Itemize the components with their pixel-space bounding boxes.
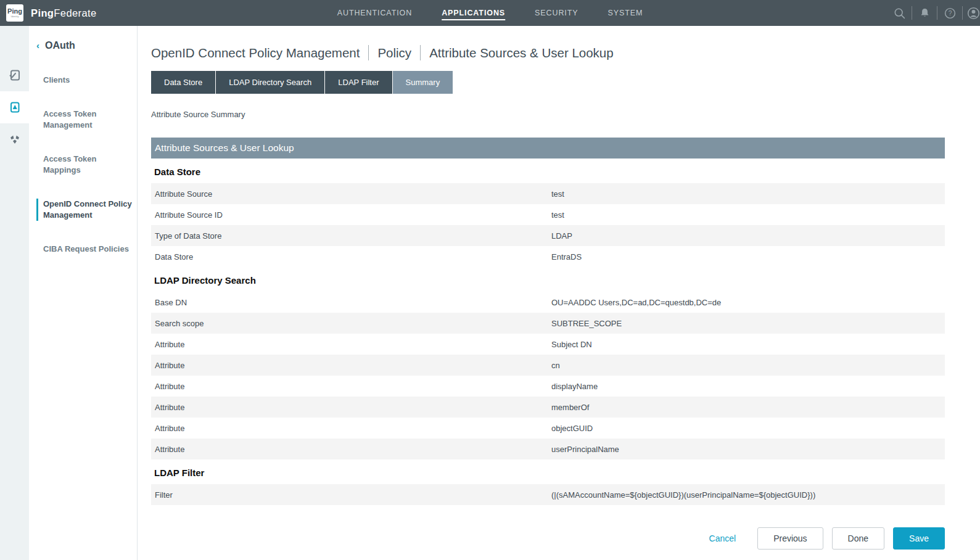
wizard-tab[interactable]: Summary — [393, 71, 453, 94]
row-label: Attribute — [151, 424, 551, 433]
row-value: OU=AADDC Users,DC=ad,DC=questdb,DC=de — [551, 298, 945, 307]
sidebar-item[interactable]: Clients — [36, 75, 132, 86]
row-label: Attribute Source — [151, 189, 551, 199]
breadcrumb-segment: OpenID Connect Policy Management — [151, 46, 360, 60]
ping-logo-text: Ping — [7, 8, 22, 15]
row-label: Attribute — [151, 340, 551, 349]
row-value: SUBTREE_SCOPE — [551, 319, 945, 328]
row-value: userPrincipalName — [551, 445, 945, 454]
app-title: PingFederate — [31, 7, 97, 19]
summary-row: Attribute Sourcetest — [151, 183, 945, 204]
sidebar-icon-rail — [0, 26, 29, 560]
chevron-left-icon: ‹ — [36, 40, 39, 51]
breadcrumb-separator — [368, 45, 369, 60]
save-button[interactable]: Save — [893, 527, 945, 550]
sidebar-item[interactable]: OpenID Connect Policy Management — [36, 199, 132, 221]
app-title-bold: Ping — [31, 7, 54, 19]
row-value: objectGUID — [551, 424, 945, 433]
summary-row: AttributedisplayName — [151, 376, 945, 397]
top-nav-item[interactable]: SYSTEM — [607, 6, 643, 20]
bell-icon[interactable] — [912, 0, 937, 26]
summary-row: Type of Data StoreLDAP — [151, 225, 945, 246]
wizard-tab[interactable]: Data Store — [151, 71, 215, 94]
top-icon-group: ? — [887, 0, 980, 26]
help-icon[interactable]: ? — [937, 0, 962, 26]
row-label: Filter — [151, 490, 551, 500]
previous-button[interactable]: Previous — [757, 527, 823, 550]
summary-row: AttributeSubject DN — [151, 334, 945, 355]
row-value: memberOf — [551, 403, 945, 412]
summary-row: Base DNOU=AADDC Users,DC=ad,DC=questdb,D… — [151, 292, 945, 313]
top-bar: Ping Identity PingFederate AUTHENTICATIO… — [0, 0, 980, 26]
row-label: Attribute — [151, 403, 551, 412]
top-nav: AUTHENTICATION APPLICATIONS SECURITY SYS… — [337, 0, 643, 26]
row-label: Attribute — [151, 382, 551, 391]
sidebar: ‹ OAuth Clients Access Token Management … — [29, 26, 138, 560]
done-button[interactable]: Done — [832, 527, 884, 550]
summary-row: AttributeobjectGUID — [151, 418, 945, 439]
section-heading: Data Store — [151, 159, 945, 183]
summary-table-header: Attribute Sources & User Lookup — [151, 138, 945, 159]
summary-row: Filter(|(sAMAccountName=${objectGUID})(u… — [151, 484, 945, 505]
summary-row: Attribute Source IDtest — [151, 204, 945, 225]
row-value: LDAP — [551, 231, 945, 241]
ping-logo: Ping Identity — [6, 4, 23, 22]
search-icon[interactable] — [887, 0, 912, 26]
top-nav-item[interactable]: SECURITY — [535, 6, 578, 20]
breadcrumb-separator — [420, 45, 421, 60]
main-content: OpenID Connect Policy Management Policy … — [138, 26, 980, 560]
row-label: Search scope — [151, 319, 551, 328]
row-label: Attribute — [151, 445, 551, 454]
sidebar-menu: Clients Access Token Management Access T… — [29, 75, 137, 255]
sidebar-section-title: OAuth — [45, 40, 75, 51]
breadcrumb-segment: Policy — [377, 46, 411, 60]
sidebar-item[interactable]: Access Token Mappings — [36, 154, 132, 176]
wizard-tabs: Data Store LDAP Directory Search LDAP Fi… — [151, 71, 945, 94]
section-heading: LDAP Filter — [151, 459, 945, 484]
row-value: (|(sAMAccountName=${objectGUID})(userPri… — [551, 490, 945, 500]
row-value: test — [551, 210, 945, 220]
summary-description: Attribute Source Summary — [151, 110, 945, 119]
summary-table-body: Data StoreAttribute SourcetestAttribute … — [151, 159, 945, 505]
row-value: Subject DN — [551, 340, 945, 349]
top-nav-item[interactable]: AUTHENTICATION — [337, 6, 412, 20]
ping-logo-subtext: Identity — [11, 15, 19, 18]
breadcrumb-segment: Attribute Sources & User Lookup — [429, 46, 614, 60]
top-nav-item[interactable]: APPLICATIONS — [442, 6, 505, 20]
footer-actions: Cancel Previous Done Save — [151, 527, 945, 550]
svg-text:?: ? — [948, 10, 952, 17]
grants-icon[interactable] — [0, 123, 29, 155]
row-value: displayName — [551, 382, 945, 391]
section-heading: LDAP Directory Search — [151, 267, 945, 292]
wizard-tab[interactable]: LDAP Directory Search — [216, 71, 324, 94]
breadcrumb: OpenID Connect Policy Management Policy … — [151, 45, 945, 60]
summary-row: AttributeuserPrincipalName — [151, 439, 945, 459]
row-label: Type of Data Store — [151, 231, 551, 241]
cancel-link[interactable]: Cancel — [709, 533, 736, 543]
summary-row: Data StoreEntraDS — [151, 246, 945, 267]
row-label: Base DN — [151, 298, 551, 307]
summary-row: Attributecn — [151, 355, 945, 376]
sidebar-item[interactable]: Access Token Management — [36, 109, 132, 131]
row-label: Data Store — [151, 252, 551, 261]
account-icon[interactable] — [963, 0, 980, 26]
app-title-rest: Federate — [54, 7, 96, 19]
wizard-tab[interactable]: LDAP Filter — [325, 71, 392, 94]
integration-icon[interactable] — [0, 59, 29, 91]
row-value: test — [551, 189, 945, 199]
row-label: Attribute — [151, 361, 551, 370]
summary-row: Search scopeSUBTREE_SCOPE — [151, 313, 945, 334]
row-value: EntraDS — [551, 252, 945, 261]
oauth-icon[interactable] — [0, 91, 29, 123]
summary-row: AttributememberOf — [151, 397, 945, 418]
row-value: cn — [551, 361, 945, 370]
sidebar-back-oauth[interactable]: ‹ OAuth — [36, 40, 137, 51]
row-label: Attribute Source ID — [151, 210, 551, 220]
sidebar-item[interactable]: CIBA Request Policies — [36, 244, 132, 255]
